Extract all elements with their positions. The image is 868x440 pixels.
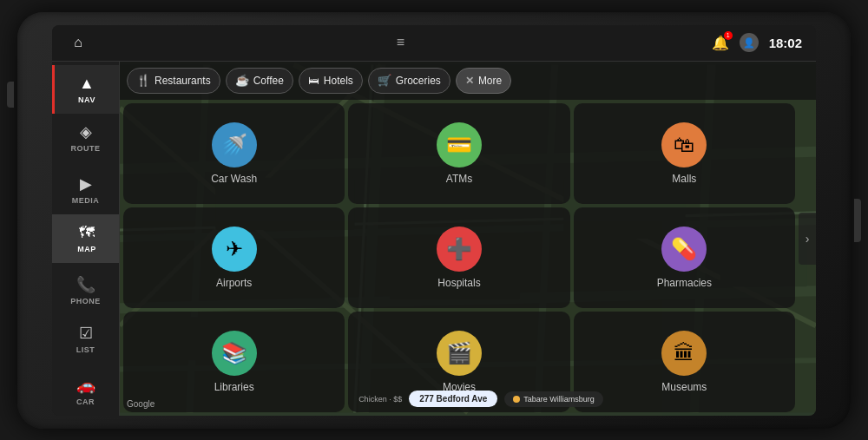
sidebar: ▲ NAV ◈ ROUTE ▶ MEDIA 🗺 MAP xyxy=(52,62,120,416)
libraries-icon-circle: 📚 xyxy=(212,331,257,376)
airports-icon-circle: ✈ xyxy=(212,227,257,272)
poi-grid: 🚿 Car Wash 💳 ATMs 🛍 Malls ✈ Airports xyxy=(120,100,799,416)
sidebar-item-nav[interactable]: ▲ NAV xyxy=(52,65,119,114)
header-bar: ⌂ ≡ 🔔 1 👤 18:02 xyxy=(52,25,816,62)
filter-groceries[interactable]: 🛒 Groceries xyxy=(368,68,450,94)
chevron-right-button[interactable]: › xyxy=(799,213,816,265)
hotels-icon: 🛏 xyxy=(308,74,319,87)
filter-coffee-label: Coffee xyxy=(253,75,284,87)
menu-icon[interactable]: ≡ xyxy=(397,35,405,50)
sidebar-label-map: MAP xyxy=(77,245,96,253)
sidebar-label-media: MEDIA xyxy=(72,196,100,205)
sidebar-item-media[interactable]: ▶ MEDIA xyxy=(52,166,119,214)
header-left: ⌂ xyxy=(66,30,90,55)
route-icon: ◈ xyxy=(80,122,92,141)
close-icon: ✕ xyxy=(465,75,474,87)
filter-hotels[interactable]: 🛏 Hotels xyxy=(299,68,363,94)
coffee-icon: ☕ xyxy=(235,74,249,87)
media-icon: ▶ xyxy=(80,174,92,194)
sidebar-label-route: ROUTE xyxy=(71,144,101,153)
carwash-icon-circle: 🚿 xyxy=(212,122,257,167)
atms-label: ATMs xyxy=(446,173,472,185)
pharmacies-label: Pharmacies xyxy=(657,277,712,289)
home-button[interactable]: ⌂ xyxy=(66,30,90,55)
sidebar-label-list: LIST xyxy=(76,345,95,354)
poi-atms[interactable]: 💳 ATMs xyxy=(348,103,569,204)
atms-icon-circle: 💳 xyxy=(437,122,482,167)
filter-bar: 🍴 Restaurants ☕ Coffee 🛏 Hotels 🛒 Grocer… xyxy=(120,62,816,100)
header-right: 🔔 1 👤 18:02 xyxy=(712,33,802,52)
sidebar-item-phone[interactable]: 📞 PHONE xyxy=(52,266,119,315)
location-name: Tabare Williamsburg xyxy=(523,395,595,404)
filter-groceries-label: Groceries xyxy=(396,75,441,87)
filter-more[interactable]: ✕ More xyxy=(456,68,511,94)
poi-airports[interactable]: ✈ Airports xyxy=(123,207,345,308)
hospitals-icon-circle: ➕ xyxy=(437,227,482,272)
malls-label: Malls xyxy=(672,173,696,185)
main-content: ▲ NAV ◈ ROUTE ▶ MEDIA 🗺 MAP xyxy=(52,62,816,416)
notification-badge: 1 xyxy=(724,31,733,40)
carwash-label: Car Wash xyxy=(211,173,257,185)
car-icon: 🚗 xyxy=(76,376,95,395)
avatar-icon[interactable]: 👤 xyxy=(740,33,759,52)
nav-icon: ▲ xyxy=(79,75,95,93)
food-dot-icon xyxy=(513,396,520,403)
list-icon: ☑ xyxy=(79,324,93,343)
restaurants-icon: 🍴 xyxy=(136,74,150,87)
notification-bell[interactable]: 🔔 1 xyxy=(712,35,729,51)
header-center: ≡ xyxy=(397,35,405,50)
filter-hotels-label: Hotels xyxy=(324,75,353,87)
poi-pharmacies[interactable]: 💊 Pharmacies xyxy=(574,207,795,308)
groceries-icon: 🛒 xyxy=(378,74,391,87)
poi-hospitals[interactable]: ➕ Hospitals xyxy=(348,207,569,308)
hospitals-label: Hospitals xyxy=(437,277,480,289)
museums-icon-circle: 🏛 xyxy=(661,331,707,376)
filter-coffee[interactable]: ☕ Coffee xyxy=(226,68,293,94)
bottom-info-bar: Chicken · $$ 277 Bedford Ave Tabare Will… xyxy=(172,386,790,412)
airports-label: Airports xyxy=(216,277,252,289)
malls-icon-circle: 🛍 xyxy=(661,122,707,167)
sidebar-label-nav: NAV xyxy=(78,95,95,104)
filter-restaurants-label: Restaurants xyxy=(155,75,211,87)
location-pill[interactable]: Tabare Williamsburg xyxy=(504,391,603,407)
filter-restaurants[interactable]: 🍴 Restaurants xyxy=(127,68,220,94)
address-pill[interactable]: 277 Bedford Ave xyxy=(409,391,497,407)
clock-display: 18:02 xyxy=(769,36,802,50)
movies-icon-circle: 🎬 xyxy=(437,331,482,376)
pharmacies-icon-circle: 💊 xyxy=(661,227,707,272)
poi-carwash[interactable]: 🚿 Car Wash xyxy=(123,103,345,204)
poi-malls[interactable]: 🛍 Malls xyxy=(574,103,795,204)
sidebar-item-car[interactable]: 🚗 CAR xyxy=(52,367,119,416)
device-shell: ⌂ ≡ 🔔 1 👤 18:02 ▲ NAV xyxy=(17,12,851,429)
google-watermark: Google xyxy=(127,399,155,409)
sidebar-item-list[interactable]: ☑ LIST xyxy=(52,315,119,364)
screen: ⌂ ≡ 🔔 1 👤 18:02 ▲ NAV xyxy=(52,25,816,416)
chicken-label: Chicken · $$ xyxy=(358,395,402,404)
map-icon: 🗺 xyxy=(79,224,95,242)
sidebar-item-map[interactable]: 🗺 MAP xyxy=(52,214,119,263)
sidebar-label-car: CAR xyxy=(76,397,95,406)
sidebar-label-phone: PHONE xyxy=(70,297,101,305)
sidebar-item-route[interactable]: ◈ ROUTE xyxy=(52,114,119,162)
filter-more-label: More xyxy=(478,75,502,87)
right-panel: 🍴 Restaurants ☕ Coffee 🛏 Hotels 🛒 Grocer… xyxy=(120,62,816,416)
phone-icon: 📞 xyxy=(76,275,95,294)
